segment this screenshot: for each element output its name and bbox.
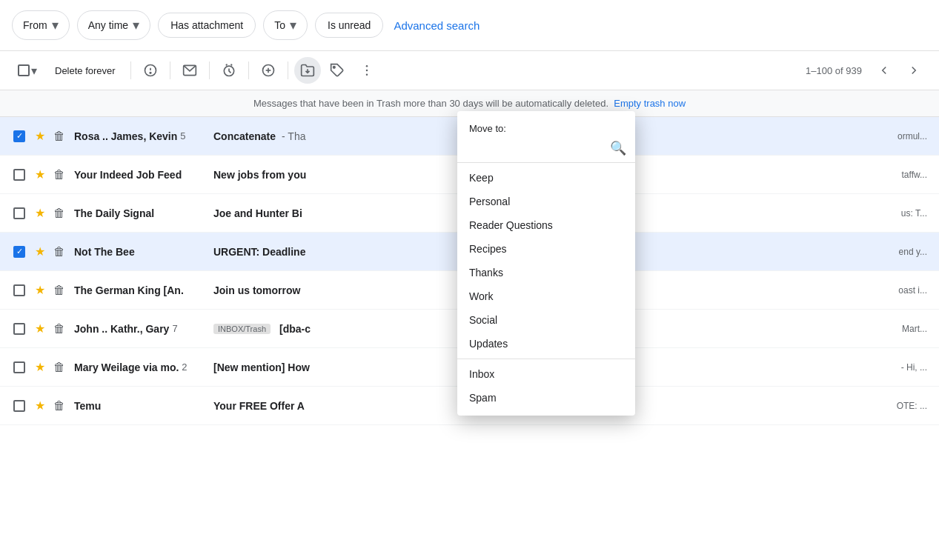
checkbox-wrap — [12, 130, 27, 142]
dropdown-item[interactable]: Social — [457, 308, 635, 332]
checkbox-wrap — [12, 246, 27, 258]
select-checkbox[interactable] — [18, 64, 30, 76]
banner-text: Messages that have been in Trash more th… — [253, 98, 608, 109]
star-icon[interactable]: ★ — [35, 244, 45, 259]
email-checkbox[interactable] — [13, 284, 25, 296]
mark-unread-icon[interactable] — [176, 57, 203, 84]
email-snippet: - Tha — [282, 130, 305, 142]
dropdown-item[interactable]: Spam — [457, 386, 635, 410]
delete-forever-button[interactable]: Delete forever — [46, 59, 125, 82]
select-all-checkbox[interactable]: ▾ — [12, 59, 43, 82]
next-page-button[interactable] — [900, 57, 927, 84]
svg-point-2 — [150, 73, 151, 74]
checkbox-wrap — [12, 207, 27, 219]
is-unread-chip[interactable]: Is unread — [315, 13, 383, 38]
is-unread-label: Is unread — [328, 19, 371, 31]
from-chip[interactable]: From ▾ — [12, 10, 70, 40]
checkbox-wrap — [12, 400, 27, 412]
email-checkbox[interactable] — [13, 207, 25, 219]
more-options-icon[interactable] — [354, 57, 380, 84]
select-dropdown-arrow[interactable]: ▾ — [31, 64, 37, 78]
pagination-text: 1–100 of 939 — [806, 65, 862, 76]
email-date: Mart... — [853, 324, 927, 334]
dropdown-item[interactable]: Updates — [457, 332, 635, 356]
star-wrap: ★ — [33, 244, 47, 259]
label-badge: INBOX/Trash — [213, 324, 271, 334]
snooze-icon[interactable] — [216, 57, 242, 84]
from-dropdown-arrow: ▾ — [52, 17, 59, 33]
toolbar-divider-3 — [209, 61, 210, 79]
star-wrap: ★ — [33, 167, 47, 181]
toolbar: ▾ Delete forever 1–100 of 939 — [0, 51, 939, 90]
email-count: 7 — [172, 323, 177, 334]
subject-text: Joe and Hunter Bi — [213, 207, 302, 219]
move-to-icon[interactable] — [294, 57, 321, 84]
email-date: taffw... — [853, 170, 927, 180]
email-checkbox[interactable] — [13, 361, 25, 373]
add-task-icon[interactable] — [255, 57, 282, 84]
anytime-chip[interactable]: Any time ▾ — [77, 10, 150, 40]
to-dropdown-arrow: ▾ — [290, 17, 296, 33]
star-icon[interactable]: ★ — [35, 283, 45, 297]
sender-name: Mary Weilage via mo.2 — [74, 361, 208, 373]
trash-icon: 🗑 — [53, 361, 65, 374]
report-icon[interactable] — [137, 57, 164, 84]
subject-text: Concatenate — [213, 130, 276, 142]
anytime-label: Any time — [88, 19, 128, 31]
email-checkbox[interactable] — [13, 323, 25, 335]
label-icon[interactable] — [324, 57, 351, 84]
dropdown-item[interactable]: Inbox — [457, 362, 635, 386]
svg-point-10 — [333, 67, 335, 69]
email-checkbox[interactable] — [13, 246, 25, 258]
subject-text: Your FREE Offer A — [213, 400, 305, 412]
advanced-search-link[interactable]: Advanced search — [394, 19, 480, 32]
dropdown-divider — [457, 359, 635, 359]
email-date: oast i... — [853, 285, 927, 296]
email-checkbox[interactable] — [13, 130, 25, 142]
dropdown-item[interactable]: Work — [457, 284, 635, 308]
has-attachment-label: Has attachment — [170, 19, 243, 31]
sender-name: Temu — [74, 400, 208, 412]
to-label: To — [274, 19, 285, 31]
empty-trash-link[interactable]: Empty trash now — [614, 98, 686, 109]
dropdown-item[interactable]: Personal — [457, 190, 635, 213]
dropdown-items-list: KeepPersonalReader QuestionsRecipesThank… — [457, 166, 635, 410]
dropdown-search-input[interactable] — [466, 142, 610, 154]
subject-text: [New mention] How — [213, 361, 310, 373]
star-wrap: ★ — [33, 129, 47, 143]
delete-forever-label: Delete forever — [55, 65, 116, 76]
email-checkbox[interactable] — [13, 400, 25, 412]
email-count: 5 — [180, 130, 185, 141]
checkbox-wrap — [12, 323, 27, 335]
dropdown-item[interactable]: Recipes — [457, 237, 635, 261]
star-icon[interactable]: ★ — [35, 360, 45, 374]
dropdown-item[interactable]: Thanks — [457, 261, 635, 284]
svg-line-6 — [230, 64, 232, 66]
star-icon[interactable]: ★ — [35, 129, 45, 143]
svg-point-13 — [365, 74, 368, 76]
prev-page-button[interactable] — [871, 57, 897, 84]
star-wrap: ★ — [33, 206, 47, 220]
email-checkbox[interactable] — [13, 169, 25, 181]
dropdown-item[interactable]: Reader Questions — [457, 213, 635, 237]
star-icon[interactable]: ★ — [35, 206, 45, 220]
dropdown-item[interactable]: Keep — [457, 166, 635, 190]
trash-icon: 🗑 — [53, 130, 65, 143]
sender-name: Not The Bee — [74, 246, 208, 258]
toolbar-divider-5 — [288, 61, 288, 79]
subject-text: New jobs from you — [213, 169, 306, 181]
email-date: end y... — [853, 247, 927, 257]
star-icon[interactable]: ★ — [35, 321, 45, 336]
has-attachment-chip[interactable]: Has attachment — [158, 13, 256, 38]
star-wrap: ★ — [33, 283, 47, 297]
email-date: ormul... — [853, 131, 927, 141]
trash-icon: 🗑 — [53, 207, 65, 220]
trash-icon: 🗑 — [53, 284, 65, 297]
sender-name: The Daily Signal — [74, 207, 208, 219]
to-chip[interactable]: To ▾ — [263, 10, 308, 40]
trash-icon: 🗑 — [53, 322, 65, 336]
star-icon[interactable]: ★ — [35, 399, 45, 413]
sender-name: Your Indeed Job Feed — [74, 169, 208, 181]
star-icon[interactable]: ★ — [35, 167, 45, 181]
dropdown-search-bar: 🔍 — [457, 137, 635, 163]
